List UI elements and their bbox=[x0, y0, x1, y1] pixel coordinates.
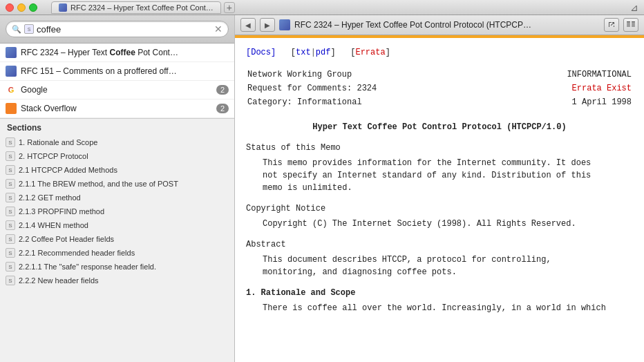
section-label-9: 2.2.1 Recommended header fields bbox=[19, 249, 135, 257]
status-heading: Status of this Memo bbox=[246, 142, 633, 154]
back-button[interactable]: ◀ bbox=[240, 18, 256, 32]
google-text: Google bbox=[21, 85, 212, 95]
section-label-11: 2.2.2 New header fields bbox=[19, 276, 99, 285]
sections-header: Sections bbox=[0, 119, 234, 135]
content-title: RFC 2324 – Hyper Text Coffee Pot Control… bbox=[294, 20, 600, 30]
section-icon-7: S bbox=[6, 220, 15, 230]
search-favicon: S bbox=[24, 24, 34, 34]
pdf-link[interactable]: pdf bbox=[316, 48, 331, 57]
copyright-text: Copyright (C) The Internet Society (1998… bbox=[263, 218, 633, 230]
sections-panel: Sections S 1. Rationale and Scope S 2. H… bbox=[0, 119, 234, 362]
section1-heading: 1. Rationale and Scope bbox=[246, 287, 633, 299]
section-icon-2: S bbox=[6, 151, 15, 161]
external-link-icon bbox=[607, 21, 616, 29]
reader-view-button[interactable] bbox=[623, 18, 638, 32]
content-favicon bbox=[279, 19, 290, 30]
external-link-button[interactable] bbox=[604, 18, 619, 32]
search-clear-icon[interactable]: ✕ bbox=[214, 23, 222, 35]
section-item-5[interactable]: S 2.1.2 GET method bbox=[0, 191, 234, 204]
section-icon-11: S bbox=[6, 276, 15, 285]
google-badge: 2 bbox=[216, 85, 229, 95]
svg-rect-3 bbox=[627, 26, 630, 27]
rfc-links: [Docs] [txt|pdf] [Errata] bbox=[246, 46, 633, 59]
docs-link[interactable]: [Docs] bbox=[246, 48, 276, 57]
status-text: This memo provides information for the I… bbox=[263, 157, 633, 194]
svg-rect-1 bbox=[627, 23, 630, 24]
search-icon: 🔍 bbox=[12, 25, 21, 34]
svg-rect-5 bbox=[632, 23, 635, 24]
sidebar: 🔍 S ✕ RFC 2324 – Hyper Text Coffee Pot C… bbox=[0, 15, 235, 362]
copyright-heading: Copyright Notice bbox=[246, 202, 633, 215]
result-item-rfc2324[interactable]: RFC 2324 – Hyper Text Coffee Pot Cont… bbox=[0, 44, 234, 62]
tab-area: RFC 2324 – Hyper Text Coffee Pot Cont… + bbox=[51, 1, 235, 14]
section-label-7: 2.1.4 WHEN method bbox=[19, 221, 88, 229]
search-input[interactable] bbox=[37, 24, 214, 35]
abstract-heading: Abstract bbox=[246, 238, 633, 251]
search-input-wrapper[interactable]: 🔍 S ✕ bbox=[6, 21, 229, 37]
close-button[interactable] bbox=[6, 3, 14, 12]
section-item-4[interactable]: S 2.1.1 The BREW method, and the use of … bbox=[0, 177, 234, 191]
section-icon-1: S bbox=[6, 137, 15, 147]
section-label-5: 2.1.2 GET method bbox=[19, 193, 81, 202]
google-favicon: G bbox=[6, 84, 17, 95]
rfc-header-table: Network Working Group INFORMATIONAL Requ… bbox=[246, 67, 633, 110]
section-item-3[interactable]: S 2.1 HTCPCP Added Methods bbox=[0, 163, 234, 177]
highlight-coffee: Coffee bbox=[110, 48, 135, 57]
forward-button[interactable]: ▶ bbox=[260, 18, 275, 32]
nwg-cell: Network Working Group bbox=[247, 68, 502, 81]
rfc2324-favicon bbox=[6, 47, 17, 58]
result-item-stackoverflow[interactable]: Stack Overflow 2 bbox=[0, 99, 234, 118]
section-label-8: 2.2 Coffee Pot Header fields bbox=[19, 235, 114, 243]
stackoverflow-text: Stack Overflow bbox=[21, 104, 212, 113]
rfc151-text: RFC 151 – Comments on a proffered off… bbox=[21, 66, 229, 76]
add-tab-button[interactable]: + bbox=[224, 2, 235, 13]
section-label-6: 2.1.3 PROPFIND method bbox=[19, 207, 104, 216]
rfc2324-text: RFC 2324 – Hyper Text Coffee Pot Cont… bbox=[21, 48, 229, 57]
date-cell: 1 April 1998 bbox=[504, 96, 632, 108]
rfc-label-cell: Request for Comments: 2324 bbox=[247, 82, 502, 95]
section-item-8[interactable]: S 2.2 Coffee Pot Header fields bbox=[0, 232, 234, 246]
section-item-7[interactable]: S 2.1.4 WHEN method bbox=[0, 218, 234, 232]
section-icon-4: S bbox=[6, 179, 15, 189]
section-icon-3: S bbox=[6, 165, 15, 175]
txt-link[interactable]: txt bbox=[296, 48, 311, 57]
errata-link[interactable]: Errata bbox=[355, 48, 385, 57]
section-label-10: 2.2.1.1 The "safe" response header field… bbox=[19, 263, 156, 271]
svg-rect-7 bbox=[632, 26, 635, 27]
title-bar: RFC 2324 – Hyper Text Coffee Pot Cont… +… bbox=[0, 0, 644, 15]
informational-cell: INFORMATIONAL bbox=[504, 68, 632, 81]
active-tab[interactable]: RFC 2324 – Hyper Text Coffee Pot Cont… bbox=[51, 1, 221, 14]
minimize-button[interactable] bbox=[17, 3, 26, 12]
section-item-6[interactable]: S 2.1.3 PROPFIND method bbox=[0, 204, 234, 218]
errata-cell: Errata Exist bbox=[504, 82, 632, 95]
content-toolbar: ◀ ▶ RFC 2324 – Hyper Text Coffee Pot Con… bbox=[235, 15, 644, 35]
svg-rect-2 bbox=[627, 25, 630, 26]
result-item-rfc151[interactable]: RFC 151 – Comments on a proffered off… bbox=[0, 62, 234, 81]
window-controls bbox=[6, 3, 37, 12]
stackoverflow-favicon bbox=[6, 103, 17, 114]
section-item-10[interactable]: S 2.2.1.1 The "safe" response header fie… bbox=[0, 260, 234, 274]
reader-icon bbox=[626, 21, 636, 29]
section-icon-6: S bbox=[6, 207, 15, 216]
svg-rect-4 bbox=[632, 21, 635, 23]
rfc151-favicon bbox=[6, 66, 17, 77]
maximize-button[interactable] bbox=[29, 3, 37, 12]
section-item-2[interactable]: S 2. HTCPCP Protocol bbox=[0, 149, 234, 163]
search-bar: 🔍 S ✕ bbox=[0, 15, 234, 44]
svg-rect-0 bbox=[627, 21, 630, 23]
abstract-text: This document describes HTCCP, a protoco… bbox=[263, 254, 633, 278]
rfc-content: [Docs] [txt|pdf] [Errata] Network Workin… bbox=[235, 38, 644, 362]
section-label-2: 2. HTCPCP Protocol bbox=[19, 152, 88, 160]
section-item-9[interactable]: S 2.2.1 Recommended header fields bbox=[0, 246, 234, 260]
section-icon-10: S bbox=[6, 262, 15, 272]
section-item-1[interactable]: S 1. Rationale and Scope bbox=[0, 135, 234, 149]
section-label-3: 2.1 HTCPCP Added Methods bbox=[19, 166, 117, 174]
search-results: RFC 2324 – Hyper Text Coffee Pot Cont… R… bbox=[0, 44, 234, 119]
section-label-1: 1. Rationale and Scope bbox=[19, 138, 97, 146]
section-item-11[interactable]: S 2.2.2 New header fields bbox=[0, 274, 234, 287]
section-icon-8: S bbox=[6, 234, 15, 244]
tab-favicon bbox=[59, 3, 67, 12]
section-icon-5: S bbox=[6, 193, 15, 202]
window-resize-button[interactable]: ⊿ bbox=[630, 2, 638, 13]
result-item-google[interactable]: G Google 2 bbox=[0, 81, 234, 99]
